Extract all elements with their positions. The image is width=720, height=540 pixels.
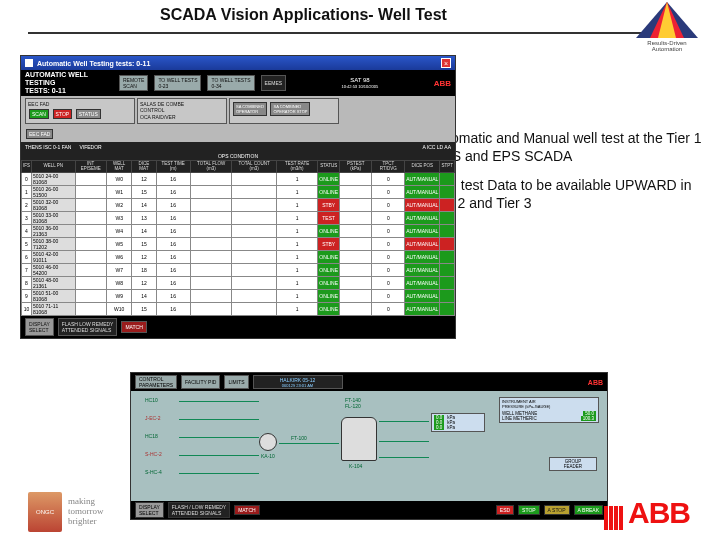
ongc-logo: ONGC [28,492,62,532]
pfd-bottom-bar: DISPLAY SELECT FLASH / LOW REMEDY ATTEND… [131,501,607,519]
stop-button[interactable]: STOP [518,505,540,515]
window-title: Automatic Well Testing tests: 0-11 [37,60,437,67]
halkirk-panel: HALKIRK 05-12060129 23:01 AM [253,375,343,389]
eec-fad-button[interactable]: EEC FAD [26,129,53,139]
pfd-window: CONTROL PARAMETERS FACILITY PID LIMITS H… [130,372,608,520]
slide-title: SCADA Vision Applications- Well Test [160,6,447,24]
hc18-tag: HC18 [145,433,158,439]
pfd-top-bar: CONTROL PARAMETERS FACILITY PID LIMITS H… [131,373,607,391]
app-icon [25,59,33,67]
flash-remedy-button[interactable]: FLASH / LOW REMEDY ATTENDED SIGNALS [168,502,230,518]
table-row[interactable]: 35010 33-00 81068W313161TEST0AUT/MANUAL [22,212,455,225]
unit-top-label: FT-140 FL-120 [345,397,361,409]
abb-logo: ABB [604,496,690,530]
table-row[interactable]: 25010 32-00 81068W214161STBY0AUT/MANUAL [22,199,455,212]
combe-panel: SALAS DE COMBE CONTROL OCA RAID/VER [137,98,227,124]
table-row[interactable]: 55010 38-00 71202W515161STBY0AUT/MANUAL [22,238,455,251]
eemes-button[interactable]: EEMES [261,75,287,91]
hc10-tag: HC10 [145,397,158,403]
header-bar: AUTOMATIC WELL TESTING TESTS: 0-11 REMOT… [21,70,455,96]
stop-button[interactable]: STOP [53,109,73,119]
op-button[interactable]: SA COMBINED OPERATOR [233,102,267,116]
group-feader-button[interactable]: GROUP FEADER [549,457,597,471]
limits-button[interactable]: LIMITS [224,375,248,389]
sat-label: SAT 9810:42:53 10/10/2005 [292,77,428,89]
separator-tank[interactable] [341,417,377,461]
triangle-logo: Results-Driven Automation [632,0,702,48]
shc4-tag: S-HC-4 [145,469,162,475]
match-button[interactable]: MATCH [234,505,259,515]
remote-scan-button[interactable]: REMOTE SCAN [119,75,148,91]
ops-bar: THENS ISC 0-1 FAN VIFEDOR A ICC LD AA [21,142,455,152]
col-header: PSTEST (kPa) [339,161,371,173]
col-header: IFS [22,161,32,173]
ongc-tagline: making tomorrow brighter [68,497,104,527]
astop-button[interactable]: A STOP [544,505,570,515]
col-header: TOTAL COUNT (m3) [232,161,277,173]
facility-pid-button[interactable]: FACILITY PID [181,375,220,389]
col-header: TPCT RT/DVG [372,161,405,173]
abb-mini-logo: ABB [434,79,451,88]
well-tests-034-button[interactable]: TO WELL TESTS 0-34 [207,75,254,91]
scan-button[interactable]: SCAN [29,109,49,119]
process-diagram: HC10 J-EC-2 HC18 S-HC-2 S-HC-4 KA-10 FT-… [131,391,607,501]
col-header: WELL PN [32,161,76,173]
status-button[interactable]: STATUS [76,109,101,119]
col-header: TEST RATE (m3/h) [276,161,318,173]
col-header: TEST TIME (m) [156,161,190,173]
window-titlebar[interactable]: Automatic Well Testing tests: 0-11 × [21,56,455,70]
match-button[interactable]: MATCH [121,321,146,333]
abreak-button[interactable]: A BREAK [574,505,603,515]
pump-label: KA-10 [261,453,275,459]
divider [28,32,692,34]
table-row[interactable]: 15010 26-00 51500W115161ONLINE0AUT/MANUA… [22,186,455,199]
col-header: DICE MAT [132,161,156,173]
table-row[interactable]: 65010 42-00 91011W612161ONLINE0AUT/MANUA… [22,251,455,264]
abb-mini-logo: ABB [588,379,603,386]
bullet-list: Automatic and Manual well test at the Ti… [414,130,704,224]
jec2-tag: J-EC-2 [145,415,161,421]
col-header: STPT [440,161,455,173]
bullet-text: Well test Data to be available UPWARD in… [430,177,704,212]
col-header: INT EPISEME [75,161,106,173]
well-test-window: Automatic Well Testing tests: 0-11 × AUT… [20,55,456,339]
control-params-button[interactable]: CONTROL PARAMETERS [135,375,177,389]
shc2-tag: S-HC-2 [145,451,162,457]
ops-section: OPS CONDITION [21,152,455,160]
close-icon[interactable]: × [441,58,451,68]
well-tests-023-button[interactable]: TO WELL TESTS 0-23 [154,75,201,91]
col-header: STATUS [318,161,340,173]
col-header: DICE POS [405,161,440,173]
table-row[interactable]: 45010 36-00 21363W414161ONLINE0AUT/MANUA… [22,225,455,238]
triangle-caption: Results-Driven Automation [632,40,702,52]
table-row[interactable]: 85010 48-00 21361W812161ONLINE0AUT/MANUA… [22,277,455,290]
readout-panel-1: 0.0kPa 0.0kPa 0.0kPa [431,413,485,432]
display-select-button[interactable]: DISPLAY SELECT [25,318,54,336]
operator-panel: SA COMBINED OPERATOR SA COMBINED OPERATO… [229,98,339,124]
readout-panel-2: INSTRUMENT AIR PRESSURE (kPa-GAUGE) WELL… [499,397,599,423]
ft100-label: FT-100 [291,435,307,441]
tank-label: K-104 [349,463,362,469]
col-header: TOTAL FLOW (m3) [190,161,232,173]
table-row[interactable]: 105010 71-11 81068W1015161ONLINE0AUT/MAN… [22,303,455,316]
pump-icon[interactable] [259,433,277,451]
scan-panel: EEC FAD SCAN STOP STATUS [25,98,135,124]
esd-button[interactable]: ESD [496,505,514,515]
table-row[interactable]: 75010 46-00 54200W718161ONLINE0AUT/MANUA… [22,264,455,277]
table-row[interactable]: 05010 24-00 81068W012161ONLINE0AUT/MANUA… [22,173,455,186]
footer-bar: DISPLAY SELECT FLASH LOW REMEDY ATTENDED… [21,316,455,338]
col-header: WELL MAT [106,161,131,173]
table-row[interactable]: 95010 51-00 81068W914161ONLINE0AUT/MANUA… [22,290,455,303]
op-stop-button[interactable]: SA COMBINED OPERATOR STOP [270,102,310,116]
header-title: AUTOMATIC WELL TESTING TESTS: 0-11 [25,71,113,94]
flash-remedy-button[interactable]: FLASH LOW REMEDY ATTENDED SIGNALS [58,318,118,336]
bullet-text: Automatic and Manual well test at the Ti… [430,130,704,165]
ongc-logo-block: ONGC making tomorrow brighter [28,492,104,532]
display-select-button[interactable]: DISPLAY SELECT [135,502,164,518]
well-test-table: IFSWELL PNINT EPISEMEWELL MATDICE MATTES… [21,160,455,316]
